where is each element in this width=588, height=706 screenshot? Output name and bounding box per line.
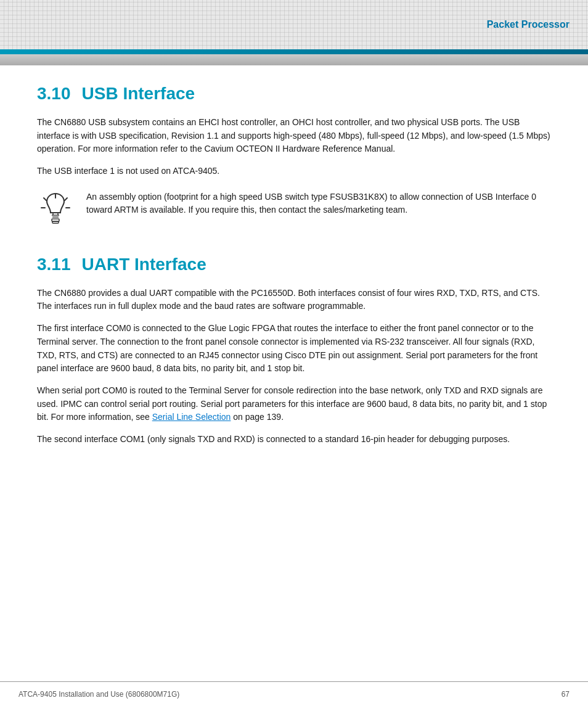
section-311-heading: 3.11 UART Interface [37, 255, 551, 274]
section-310-number: 3.10 [37, 84, 71, 104]
accent-bar [0, 49, 588, 54]
note-box: An assembly option (footprint for a high… [37, 191, 551, 230]
header-pattern: Packet Processor [0, 0, 588, 49]
serial-line-selection-link[interactable]: Serial Line Selection [152, 412, 231, 422]
footer-right: 67 [561, 690, 570, 699]
svg-line-2 [65, 198, 67, 200]
section-311-para4: The second interface COM1 (only signals … [37, 433, 551, 446]
footer-left: ATCA-9405 Installation and Use (6806800M… [18, 690, 179, 699]
section-311-para2: The first interface COM0 is connected to… [37, 322, 551, 376]
svg-line-1 [44, 198, 46, 200]
header-title-bar: Packet Processor [487, 0, 588, 49]
note-text: An assembly option (footprint for a high… [86, 191, 551, 217]
gray-band [0, 54, 588, 65]
header-title: Packet Processor [487, 19, 570, 30]
svg-rect-8 [52, 221, 59, 223]
section-311-title: UART Interface [82, 255, 206, 274]
section-311-para3: When serial port COM0 is routed to the T… [37, 384, 551, 424]
section-310-para1: The CN6880 USB subsystem contains an EHC… [37, 116, 551, 156]
section-311-para1: The CN6880 provides a dual UART compatib… [37, 287, 551, 313]
section-311-number: 3.11 [37, 255, 71, 274]
footer: ATCA-9405 Installation and Use (6806800M… [0, 681, 588, 706]
main-content: 3.10 USB Interface The CN6880 USB subsys… [0, 65, 588, 504]
section-311-para3-prefix: When serial port COM0 is routed to the T… [37, 385, 547, 422]
lightbulb-icon [37, 191, 74, 230]
section-310-heading: 3.10 USB Interface [37, 84, 551, 104]
section-310-title: USB Interface [82, 84, 195, 104]
section-310-para2: The USB interface 1 is not used on ATCA-… [37, 165, 551, 178]
section-311-para3-suffix: on page 139. [231, 412, 284, 422]
section-310: 3.10 USB Interface The CN6880 USB subsys… [37, 84, 551, 230]
section-311: 3.11 UART Interface The CN6880 provides … [37, 255, 551, 446]
